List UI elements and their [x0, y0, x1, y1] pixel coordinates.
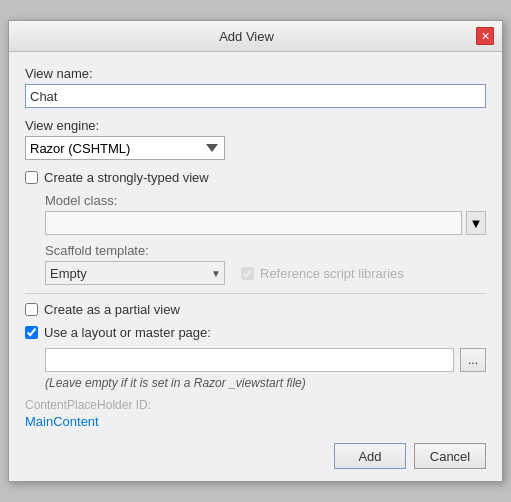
model-class-label: Model class: [45, 193, 486, 208]
partial-view-label: Create as a partial view [44, 302, 180, 317]
content-placeholder-label: ContentPlaceHolder ID: [25, 398, 486, 412]
content-placeholder-value: MainContent [25, 414, 486, 429]
use-layout-label: Use a layout or master page: [44, 325, 211, 340]
view-name-group: View name: [25, 66, 486, 108]
model-class-row: ▼ [45, 211, 486, 235]
strongly-typed-label: Create a strongly-typed view [44, 170, 209, 185]
scaffold-template-label: Scaffold template: [45, 243, 486, 258]
layout-hint: (Leave empty if it is set in a Razor _vi… [45, 376, 486, 390]
add-button[interactable]: Add [334, 443, 406, 469]
dialog-title: Add View [17, 29, 476, 44]
reference-scripts-label: Reference script libraries [260, 266, 404, 281]
layout-section: ... (Leave empty if it is set in a Razor… [45, 348, 486, 390]
layout-input-row: ... [45, 348, 486, 372]
scaffold-template-select[interactable]: Empty Create Delete Details Edit List [45, 261, 225, 285]
model-class-section: Model class: ▼ [45, 193, 486, 235]
partial-view-checkbox[interactable] [25, 303, 38, 316]
divider-1 [25, 293, 486, 294]
content-placeholder-section: ContentPlaceHolder ID: MainContent [25, 398, 486, 429]
reference-scripts-checkbox [241, 267, 254, 280]
view-engine-group: View engine: Razor (CSHTML) ASPX [25, 118, 486, 160]
reference-scripts-row: Reference script libraries [241, 266, 404, 281]
cancel-button[interactable]: Cancel [414, 443, 486, 469]
button-row: Add Cancel [25, 443, 486, 469]
model-class-dropdown-button[interactable]: ▼ [466, 211, 486, 235]
strongly-typed-row: Create a strongly-typed view [25, 170, 486, 185]
close-button[interactable]: ✕ [476, 27, 494, 45]
title-bar: Add View ✕ [9, 21, 502, 52]
view-engine-select[interactable]: Razor (CSHTML) ASPX [25, 136, 225, 160]
layout-path-input[interactable] [45, 348, 454, 372]
view-name-label: View name: [25, 66, 486, 81]
view-name-input[interactable] [25, 84, 486, 108]
partial-view-row: Create as a partial view [25, 302, 486, 317]
chevron-down-icon: ▼ [470, 216, 483, 231]
use-layout-row: Use a layout or master page: [25, 325, 486, 340]
view-engine-label: View engine: [25, 118, 486, 133]
add-view-dialog: Add View ✕ View name: View engine: Razor… [8, 20, 503, 482]
browse-button[interactable]: ... [460, 348, 486, 372]
use-layout-checkbox[interactable] [25, 326, 38, 339]
scaffold-select-wrapper: Empty Create Delete Details Edit List ▼ [45, 261, 225, 285]
scaffold-section: Scaffold template: Empty Create Delete D… [45, 243, 486, 285]
dialog-body: View name: View engine: Razor (CSHTML) A… [9, 52, 502, 481]
scaffold-row: Empty Create Delete Details Edit List ▼ … [45, 261, 486, 285]
model-class-input[interactable] [45, 211, 462, 235]
strongly-typed-checkbox[interactable] [25, 171, 38, 184]
